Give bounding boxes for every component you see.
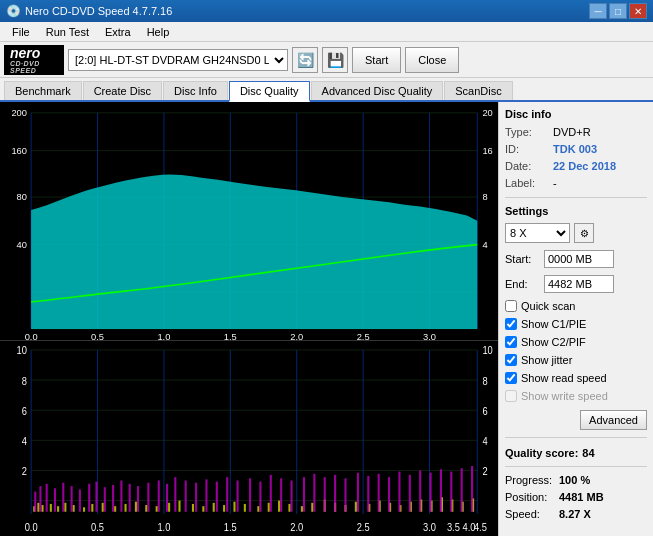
svg-text:4: 4 <box>482 435 488 446</box>
save-icon-button[interactable]: 💾 <box>322 47 348 73</box>
show-read-speed-row: Show read speed <box>505 372 647 384</box>
disc-info-id: ID: TDK 003 <box>505 143 647 155</box>
svg-rect-66 <box>233 501 235 511</box>
tab-disc-info[interactable]: Disc Info <box>163 81 228 100</box>
svg-rect-47 <box>42 505 44 512</box>
svg-text:1.5: 1.5 <box>224 521 237 532</box>
svg-text:200: 200 <box>11 107 27 118</box>
quality-value: 84 <box>582 447 594 459</box>
label-value: - <box>553 177 557 189</box>
svg-rect-117 <box>291 480 293 511</box>
svg-rect-46 <box>37 503 39 512</box>
svg-rect-48 <box>50 504 52 512</box>
right-panel: Disc info Type: DVD+R ID: TDK 003 Date: … <box>498 102 653 536</box>
minimize-button[interactable]: ─ <box>589 3 607 19</box>
svg-rect-63 <box>202 506 204 512</box>
show-c2-pif-row: Show C2/PIF <box>505 336 647 348</box>
svg-text:4.5: 4.5 <box>474 521 487 532</box>
svg-rect-124 <box>367 476 369 512</box>
drive-select[interactable]: [2:0] HL-DT-ST DVDRAM GH24NSD0 LH00 <box>68 49 288 71</box>
svg-rect-106 <box>174 477 176 512</box>
show-jitter-row: Show jitter <box>505 354 647 366</box>
chart-upper: 200 160 80 40 20 16 8 4 0.0 0.5 1.0 1.5 … <box>0 102 498 341</box>
title-bar: 💿 Nero CD-DVD Speed 4.7.7.16 ─ □ ✕ <box>0 0 653 22</box>
show-jitter-label: Show jitter <box>521 354 572 366</box>
show-c1-pie-label: Show C1/PIE <box>521 318 586 330</box>
svg-rect-131 <box>440 469 442 511</box>
maximize-button[interactable]: □ <box>609 3 627 19</box>
show-jitter-checkbox[interactable] <box>505 354 517 366</box>
settings-icon-button[interactable]: ⚙ <box>574 223 594 243</box>
menu-extra[interactable]: Extra <box>97 24 139 40</box>
start-button[interactable]: Start <box>352 47 401 73</box>
svg-text:0.5: 0.5 <box>91 331 104 340</box>
menu-help[interactable]: Help <box>139 24 178 40</box>
svg-text:8: 8 <box>22 375 27 386</box>
show-write-speed-row: Show write speed <box>505 390 647 402</box>
svg-rect-123 <box>357 472 359 511</box>
svg-rect-111 <box>226 477 228 512</box>
svg-text:0.0: 0.0 <box>25 521 39 532</box>
menu-file[interactable]: File <box>4 24 38 40</box>
quick-scan-checkbox[interactable] <box>505 300 517 312</box>
tab-scan-disc[interactable]: ScanDisc <box>444 81 512 100</box>
svg-rect-71 <box>288 504 290 512</box>
start-input[interactable] <box>544 250 614 268</box>
svg-rect-127 <box>398 471 400 511</box>
svg-rect-91 <box>46 484 48 512</box>
close-button[interactable]: Close <box>405 47 459 73</box>
svg-rect-54 <box>102 503 104 512</box>
speed-select[interactable]: 8 X <box>505 223 570 243</box>
show-c2-pif-checkbox[interactable] <box>505 336 517 348</box>
tab-disc-quality[interactable]: Disc Quality <box>229 81 310 102</box>
svg-rect-112 <box>237 480 239 511</box>
svg-text:16: 16 <box>482 145 492 156</box>
svg-rect-95 <box>79 489 81 511</box>
show-c1-pie-checkbox[interactable] <box>505 318 517 330</box>
svg-rect-90 <box>39 486 41 512</box>
svg-text:8: 8 <box>482 375 487 386</box>
svg-rect-125 <box>378 473 380 511</box>
svg-rect-59 <box>156 506 158 512</box>
disc-info-type: Type: DVD+R <box>505 126 647 138</box>
quality-row: Quality score: 84 <box>505 447 647 459</box>
show-write-speed-checkbox <box>505 390 517 402</box>
svg-rect-51 <box>73 505 75 512</box>
svg-text:1.0: 1.0 <box>157 521 171 532</box>
svg-rect-70 <box>278 500 280 511</box>
svg-text:6: 6 <box>22 405 27 416</box>
advanced-button[interactable]: Advanced <box>580 410 647 430</box>
disc-info-date: Date: 22 Dec 2018 <box>505 160 647 172</box>
svg-rect-58 <box>145 505 147 512</box>
window-close-button[interactable]: ✕ <box>629 3 647 19</box>
speed-row: Speed: 8.27 X <box>505 508 647 520</box>
svg-rect-52 <box>83 507 85 511</box>
disc-info-title: Disc info <box>505 108 647 120</box>
divider-2 <box>505 437 647 438</box>
id-value: TDK 003 <box>553 143 597 155</box>
id-label: ID: <box>505 143 553 155</box>
tab-create-disc[interactable]: Create Disc <box>83 81 162 100</box>
end-input[interactable] <box>544 275 614 293</box>
svg-rect-114 <box>259 481 261 511</box>
start-label: Start: <box>505 253 540 265</box>
svg-text:10: 10 <box>482 345 493 356</box>
svg-rect-116 <box>280 478 282 511</box>
title-bar-left: 💿 Nero CD-DVD Speed 4.7.7.16 <box>6 4 172 18</box>
disc-info-label-row: Label: - <box>505 177 647 189</box>
end-input-row: End: <box>505 275 647 293</box>
svg-text:0.0: 0.0 <box>25 331 38 340</box>
svg-text:0.5: 0.5 <box>91 521 104 532</box>
progress-row: Progress: 100 % <box>505 474 647 486</box>
type-value: DVD+R <box>553 126 591 138</box>
svg-text:1.5: 1.5 <box>224 331 237 340</box>
refresh-icon-button[interactable]: 🔄 <box>292 47 318 73</box>
show-read-speed-checkbox[interactable] <box>505 372 517 384</box>
tab-benchmark[interactable]: Benchmark <box>4 81 82 100</box>
app-title: Nero CD-DVD Speed 4.7.7.16 <box>25 5 172 17</box>
menu-run-test[interactable]: Run Test <box>38 24 97 40</box>
svg-rect-77 <box>355 501 357 511</box>
end-label: End: <box>505 278 540 290</box>
svg-rect-53 <box>91 504 93 512</box>
tab-advanced-disc-quality[interactable]: Advanced Disc Quality <box>311 81 444 100</box>
